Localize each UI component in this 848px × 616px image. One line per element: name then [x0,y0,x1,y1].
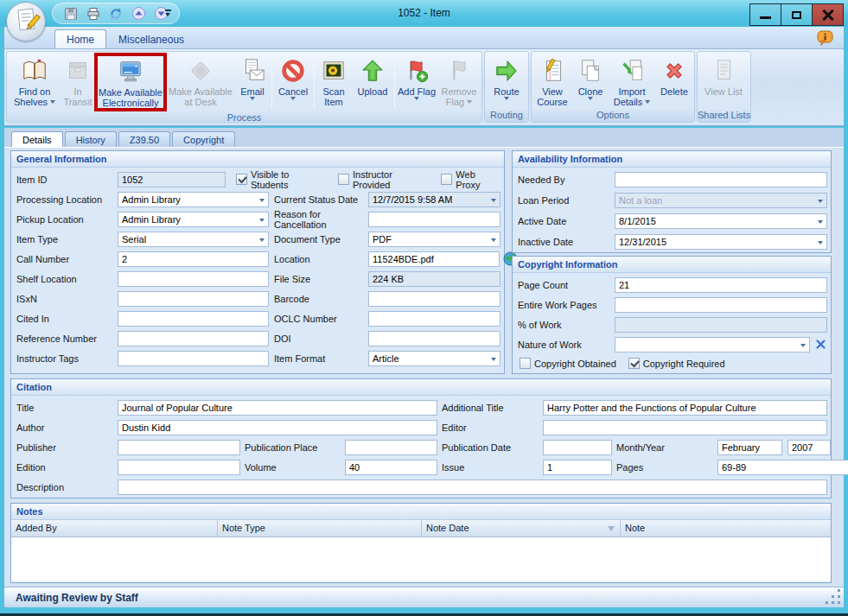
publisher-label: Publisher [16,442,118,453]
volume-field[interactable] [345,460,437,475]
copyright-obtained-checkbox[interactable] [520,358,531,369]
item-format-select[interactable]: Article [368,351,501,366]
page-count-field[interactable] [615,277,827,293]
dropdown-arrow-icon [818,220,823,224]
close-button[interactable] [812,3,844,26]
column-note-type[interactable]: Note Type [218,520,422,537]
publication-date-field[interactable] [543,440,612,455]
shelf-location-field[interactable] [118,271,269,287]
needed-by-field[interactable] [615,172,827,187]
publisher-field[interactable] [118,440,240,455]
isxn-label: ISxN [16,294,118,304]
issue-field[interactable] [543,460,612,475]
copyright-obtained-label: Copyright Obtained [534,359,616,369]
application-menu-button[interactable] [6,2,46,41]
additional-title-label: Additional Title [437,403,543,413]
pickup-location-select[interactable]: Admin Library [118,212,269,227]
instructor-provided-checkbox[interactable] [338,174,349,185]
reference-number-field[interactable] [118,331,269,346]
tab-z3950[interactable]: Z39.50 [118,131,170,147]
up-circle-icon[interactable] [129,4,148,22]
edition-field[interactable] [118,460,240,475]
description-label: Description [16,482,118,492]
author-field[interactable] [118,420,437,435]
column-note[interactable]: Note [621,520,831,537]
call-number-label: Call Number [16,254,118,264]
barcode-field[interactable] [368,291,501,307]
desk-tag-icon [188,55,214,86]
find-on-shelves-button[interactable]: Find on Shelves [8,53,61,111]
column-note-date[interactable]: Note Date [422,520,621,537]
pages-field[interactable] [717,460,848,475]
instructor-tags-label: Instructor Tags [16,353,118,364]
tab-home[interactable]: Home [54,29,106,48]
processing-location-select[interactable]: Admin Library [118,192,269,207]
tab-copyright[interactable]: Copyright [172,131,235,147]
instructor-tags-field[interactable] [118,351,269,366]
tab-history[interactable]: History [65,131,117,147]
visible-to-students-checkbox[interactable] [236,174,247,185]
document-type-select[interactable]: PDF [368,232,501,247]
clear-nature-of-work-icon[interactable] [814,338,827,351]
web-proxy-label: Web Proxy [456,169,501,190]
processing-location-label: Processing Location [16,194,118,205]
maximize-button[interactable] [781,3,813,26]
description-field[interactable] [118,479,827,495]
web-proxy-checkbox[interactable] [441,174,452,185]
publication-date-label: Publication Date [437,442,543,453]
print-icon[interactable] [84,4,103,22]
dropdown-arrow-icon [504,97,509,100]
nature-of-work-select[interactable] [615,337,810,352]
save-icon[interactable] [61,4,80,22]
minimize-button[interactable] [749,3,781,26]
doi-field[interactable] [368,331,501,346]
publication-place-field[interactable] [345,440,437,455]
route-button[interactable]: Route [486,53,527,109]
citation-panel: Citation Title Additional Title Author E… [10,378,832,499]
month-field[interactable] [717,440,782,455]
resize-grip[interactable] [838,601,840,604]
cancel-button[interactable]: Cancel [273,53,313,111]
reason-for-cancellation-label: Reason for Cancellation [269,209,368,230]
make-available-electronically-button[interactable]: Make Available Electronically [94,53,167,111]
help-icon[interactable] [817,30,833,47]
location-field[interactable] [368,251,500,267]
import-details-button[interactable]: Import Details [609,53,655,109]
citation-header: Citation [11,379,831,396]
item-type-select[interactable]: Serial [118,232,269,247]
pct-of-work-label: % of Work [518,320,615,330]
isxn-field[interactable] [118,291,269,307]
tab-miscellaneous[interactable]: Miscellaneous [106,29,196,48]
current-status-date-select[interactable]: 12/7/2015 9:58 AM [368,192,501,207]
copyright-required-checkbox[interactable] [628,358,640,369]
package-icon [65,55,91,86]
title-field[interactable] [118,400,437,416]
clone-button[interactable]: Clone [572,53,609,109]
view-course-button[interactable]: View Course [532,53,572,109]
column-added-by[interactable]: Added By [11,520,218,537]
editor-field[interactable] [543,420,827,435]
oclc-number-field[interactable] [368,311,501,327]
inactive-date-select[interactable]: 12/31/2015 [615,234,827,250]
email-button[interactable]: Email [234,53,271,111]
additional-title-field[interactable] [543,400,827,416]
delete-button[interactable]: Delete [655,53,693,109]
entire-work-pages-field[interactable] [615,297,827,313]
call-number-field[interactable] [118,251,269,267]
active-date-select[interactable]: 8/1/2015 [615,213,827,229]
window-controls [750,3,844,26]
refresh-icon[interactable] [106,4,125,22]
ribbon-separator [271,55,272,109]
add-flag-button[interactable]: Add Flag [396,53,437,111]
scan-item-button[interactable]: Scan Item [316,53,352,111]
year-field[interactable] [787,440,831,455]
needed-by-label: Needed By [518,175,615,185]
qat-customize-icon[interactable] [162,5,174,21]
publication-place-label: Publication Place [240,442,345,453]
tab-details[interactable]: Details [11,131,63,147]
reason-for-cancellation-field[interactable] [368,212,501,227]
upload-button[interactable]: Upload [352,53,393,111]
cited-in-field[interactable] [118,311,269,327]
dropdown-arrow-icon [259,219,265,222]
volume-label: Volume [240,462,345,473]
